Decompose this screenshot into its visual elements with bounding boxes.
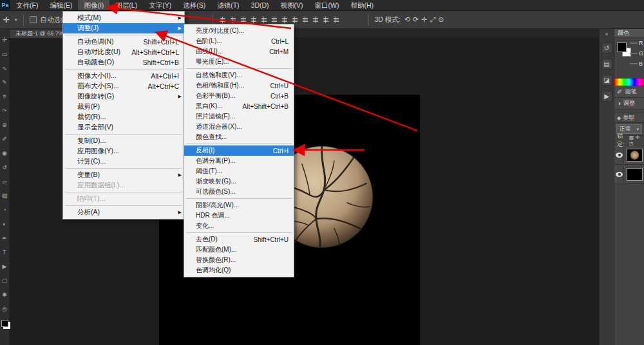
eraser-tool-button[interactable]: ▱ — [0, 174, 10, 189]
menubar-item-9[interactable]: 视图(V) — [275, 0, 309, 10]
menu-item[interactable]: 裁剪(P) — [63, 102, 184, 112]
color-slider[interactable] — [630, 42, 638, 44]
menu-item[interactable]: 亮度/对比度(C)... — [184, 26, 294, 36]
menu-item[interactable]: 模式(M)▶ — [63, 13, 184, 23]
distribute-vertical-centers-icon[interactable] — [291, 16, 299, 24]
menu-item[interactable]: 颜色查找... — [184, 132, 294, 142]
lock-icon[interactable]: ⊡ — [629, 141, 634, 147]
menu-item[interactable]: 显示全部(V) — [63, 122, 184, 133]
layer-thumbnail[interactable] — [627, 149, 643, 162]
align-top-edges-icon[interactable] — [219, 16, 227, 24]
menubar-item-3[interactable]: 图像(I) — [78, 0, 109, 10]
align-horizontal-centers-icon[interactable] — [260, 16, 268, 24]
align-right-edges-icon[interactable] — [270, 16, 278, 24]
brush-tool-button[interactable]: ✐ — [0, 132, 10, 146]
lasso-tool-button[interactable]: ∿ — [0, 61, 10, 75]
menu-item[interactable]: 色相/饱和度(H)...Ctrl+U — [184, 80, 294, 91]
menu-item[interactable]: 调整(J)▶ — [63, 23, 184, 33]
dodge-tool-button[interactable]: ◐ — [0, 217, 10, 231]
history-brush-tool-button[interactable]: ↺ — [0, 160, 10, 174]
layer-filter-label[interactable]: 类型 — [623, 114, 634, 122]
layer-row[interactable] — [614, 165, 644, 184]
distribute-bottom-edges-icon[interactable] — [301, 16, 309, 24]
align-bottom-edges-icon[interactable] — [240, 16, 247, 24]
color-slider[interactable] — [630, 53, 638, 54]
menu-item[interactable]: 自然饱和度(V)... — [184, 70, 294, 80]
menu-item[interactable]: 阴影/高光(W)... — [184, 200, 294, 210]
menu-item[interactable]: 渐变映射(G)... — [184, 176, 294, 187]
menu-item[interactable]: 自动颜色(O)Shift+Ctrl+B — [63, 57, 184, 68]
3d-rotate-icon[interactable]: ⟲ — [404, 15, 410, 24]
distribute-right-edges-icon[interactable] — [332, 16, 340, 24]
menu-item[interactable]: 去色(D)Shift+Ctrl+U — [184, 234, 294, 245]
distribute-left-edges-icon[interactable] — [312, 16, 319, 24]
info-panel-icon[interactable]: ◪ — [601, 75, 612, 86]
panel-button-画笔[interactable]: ✐画笔 — [614, 86, 644, 98]
path-select-tool-button[interactable]: ▶ — [0, 259, 10, 274]
eyedropper-tool-button[interactable]: ✑ — [0, 104, 10, 118]
menu-item[interactable]: 色调均化(Q) — [184, 265, 294, 275]
clone-stamp-tool-button[interactable]: ◉ — [0, 146, 10, 160]
menu-item[interactable]: 色彩平衡(B)...Ctrl+B — [184, 91, 294, 101]
menubar-item-1[interactable]: 文件(F) — [10, 0, 44, 10]
menu-item[interactable]: 通道混合器(X)... — [184, 122, 294, 132]
menu-item[interactable]: 匹配颜色(M)... — [184, 245, 294, 255]
color-panel-tab[interactable]: 颜色 — [614, 29, 644, 37]
distribute-top-edges-icon[interactable] — [281, 16, 289, 24]
align-left-edges-icon[interactable] — [250, 16, 258, 24]
shape-tool-button[interactable]: ▢ — [0, 274, 10, 288]
tool-preset-caret-icon[interactable]: ▾ — [15, 17, 17, 23]
layer-visibility-toggle[interactable] — [616, 167, 624, 182]
menu-item[interactable]: 变量(B)▶ — [63, 170, 184, 180]
menu-item[interactable]: 可选颜色(S)... — [184, 187, 294, 197]
menu-item[interactable]: HDR 色调... — [184, 210, 294, 221]
menubar-item-11[interactable]: 帮助(H) — [345, 0, 380, 10]
menubar-item-6[interactable]: 选择(S) — [177, 0, 211, 10]
healing-tool-button[interactable]: ⊕ — [0, 118, 10, 132]
lock-icon[interactable]: ✛ — [635, 135, 639, 140]
blur-tool-button[interactable]: ◔ — [0, 203, 10, 217]
lock-icon[interactable]: ▦ — [629, 135, 636, 140]
menu-item[interactable]: 色调分离(P)... — [184, 156, 294, 166]
menubar-item-10[interactable]: 窗口(W) — [309, 0, 345, 10]
type-tool-button[interactable]: T — [0, 245, 10, 259]
auto-select-checkbox[interactable] — [30, 16, 37, 23]
menu-item[interactable]: 变化... — [184, 221, 294, 231]
menu-item[interactable]: 计算(C)... — [63, 156, 184, 167]
move-tool-button[interactable]: ✛ — [0, 33, 10, 47]
menu-item[interactable]: 色阶(L)...Ctrl+L — [184, 36, 294, 46]
menu-item[interactable]: 替换颜色(R)... — [184, 255, 294, 265]
hand-tool-button[interactable]: ✱ — [0, 288, 10, 302]
menubar-item-4[interactable]: 图层(L) — [109, 0, 143, 10]
menubar-item-8[interactable]: 3D(D) — [245, 0, 275, 10]
menu-item[interactable]: 黑白(K)...Alt+Shift+Ctrl+B — [184, 101, 294, 111]
menu-item[interactable]: 分析(A)▶ — [63, 207, 184, 218]
menu-item[interactable]: 应用图像(Y)... — [63, 146, 184, 156]
panel-button-调整[interactable]: ◑调整 — [614, 98, 644, 109]
menu-item[interactable]: 自动对比度(U)Alt+Shift+Ctrl+L — [63, 47, 184, 57]
menu-item[interactable]: 图像旋转(G)▶ — [63, 91, 184, 102]
menubar-item-7[interactable]: 滤镜(T) — [211, 0, 245, 10]
collapse-panels-button[interactable]: « — [605, 31, 608, 37]
zoom-tool-button[interactable]: ◎ — [0, 302, 10, 316]
menu-item[interactable]: 自动色调(N)Shift+Ctrl+L — [63, 37, 184, 47]
pen-tool-button[interactable]: ✒ — [0, 231, 10, 245]
quick-select-tool-button[interactable]: ✎ — [0, 75, 10, 89]
menu-item[interactable]: 复制(D)... — [63, 136, 184, 146]
foreground-background-swatch-mini[interactable] — [1, 320, 8, 327]
menu-item[interactable]: 阈值(T)... — [184, 166, 294, 176]
move-tool-options-icon[interactable]: ✛ — [3, 15, 10, 24]
layer-thumbnail[interactable] — [627, 168, 643, 181]
layer-row[interactable] — [614, 145, 644, 165]
3d-slide-icon[interactable]: ⤢ — [430, 15, 435, 24]
crop-tool-button[interactable]: # — [0, 89, 10, 104]
gradient-tool-button[interactable]: ▨ — [0, 189, 10, 203]
foreground-color-swatch[interactable] — [617, 42, 627, 52]
align-vertical-centers-icon[interactable] — [229, 16, 237, 24]
history-panel-icon[interactable]: ↺ — [601, 42, 612, 53]
3d-roll-icon[interactable]: ⟳ — [413, 15, 419, 24]
menu-item[interactable]: 曝光度(E)... — [184, 57, 294, 67]
menu-item[interactable]: 画布大小(S)...Alt+Ctrl+C — [63, 81, 184, 91]
menu-item[interactable]: 图像大小(I)...Alt+Ctrl+I — [63, 71, 184, 81]
3d-pan-icon[interactable]: ✛ — [421, 15, 427, 24]
